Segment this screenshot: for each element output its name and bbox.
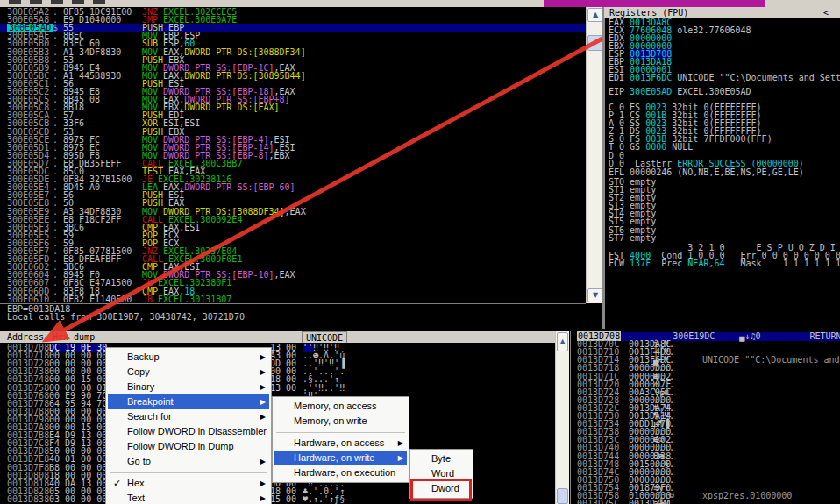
dump-header-unicode[interactable]: UNICODE	[302, 331, 347, 344]
toolbar-highlight	[544, 0, 765, 7]
menu-item-backup[interactable]: Backup▶	[108, 350, 269, 365]
dump-header-hex[interactable]: Hex dump	[53, 331, 95, 343]
submenu-arrow-icon: ▶	[398, 451, 403, 465]
register-line[interactable]: EDI 0013F6DC UNICODE ""C:\Documents and …	[603, 74, 840, 82]
register-line[interactable]: EFL 00000246 (NO,NB,E,BE,NS,PE,GE,LE)	[603, 168, 840, 177]
submenu-arrow-icon: ▶	[398, 436, 403, 451]
disassembly-pane[interactable]: 300E05A2.0F85 1DC91E00JNZ EXCEL.302CCEC5…	[0, 7, 586, 303]
registers-pane[interactable]: EAX 0013DA8CECX 77606048 ole32.77606048E…	[603, 7, 840, 329]
menu-item-search-for[interactable]: Search for▶	[108, 409, 269, 424]
menu-item-memory-on-write[interactable]: Memory, on write	[274, 414, 407, 429]
submenu-arrow-icon: ▶	[260, 380, 266, 394]
dump-header-address[interactable]: Address	[7, 331, 44, 343]
menu-item-breakpoint[interactable]: Breakpoint▶	[108, 394, 269, 409]
menu-item-binary[interactable]: Binary▶	[108, 380, 269, 394]
dump-header: Address Hex dump UNICODE	[0, 331, 555, 343]
menu-item-follow-dword-in-disassembler[interactable]: Follow DWORD in Disassembler	[108, 424, 269, 439]
register-line[interactable]: FCW 137F Prec NEAR,64 Mask 1 1 1 1 1 1	[603, 259, 840, 268]
scrollbar-thumb[interactable]	[557, 488, 568, 504]
stack-pane[interactable]: 0013D708300E19DC▄↓♫0RETURN to EXCEL.300E…	[570, 331, 840, 504]
menu-item-byte[interactable]: Byte	[412, 451, 471, 466]
submenu-arrow-icon: ▶	[260, 454, 266, 469]
toolbar-icon[interactable]	[51, 0, 63, 4]
toolbar-strip	[0, 0, 840, 7]
menu-separator	[108, 469, 269, 476]
register-line[interactable]: EIP 300E05AD EXCEL.300E05AD	[603, 88, 840, 96]
breakpoint-submenu: Memory, on accessMemory, on writeHardwar…	[272, 396, 409, 483]
toolbar-icon[interactable]	[72, 0, 84, 4]
stack-row[interactable]: 0013D75C0013D784ä╫‼.	[571, 500, 840, 504]
annotation-red-box	[410, 479, 472, 501]
scroll-up-icon[interactable]: ▲	[557, 332, 568, 351]
toolbar-icon[interactable]	[30, 0, 42, 4]
info-pane-line2: Local calls from 300E19D7, 30438742, 307…	[7, 313, 245, 322]
divider	[0, 303, 586, 304]
check-icon: ✓	[113, 476, 121, 491]
submenu-arrow-icon: ▶	[260, 409, 266, 424]
context-menu: Backup▶Copy▶Binary▶Breakpoint▶Search for…	[105, 347, 272, 504]
menu-separator	[274, 429, 407, 436]
submenu-arrow-icon: ▶	[260, 365, 266, 380]
submenu-arrow-icon: ▶	[260, 491, 266, 504]
menu-item-hex[interactable]: ✓Hex▶	[108, 476, 269, 491]
toolbar-icon[interactable]	[9, 0, 21, 4]
dump-scrollbar[interactable]: ▲	[555, 331, 569, 504]
register-line[interactable]: ST7 empty	[603, 234, 840, 243]
menu-item-hardware-on-access[interactable]: Hardware, on access▶	[274, 436, 407, 451]
menu-item-memory-on-access[interactable]: Memory, on access	[274, 399, 407, 414]
ollydbg-cpu-window: 300E05A2.0F85 1DC91E00JNZ EXCEL.302CCEC5…	[0, 0, 840, 504]
menu-item-hardware-on-write[interactable]: Hardware, on write▶	[274, 451, 407, 465]
submenu-arrow-icon: ▶	[260, 350, 266, 365]
menu-item-hardware-on-execution[interactable]: Hardware, on execution	[274, 465, 407, 480]
menu-item-copy[interactable]: Copy▶	[108, 365, 269, 380]
column-divider[interactable]	[46, 331, 46, 343]
menu-item-follow-dword-in-dump[interactable]: Follow DWORD in Dump	[108, 439, 269, 454]
submenu-arrow-icon: ▶	[260, 394, 266, 409]
menu-item-text[interactable]: Text▶	[108, 491, 269, 504]
submenu-arrow-icon: ▶	[260, 476, 266, 491]
toolbar-icon[interactable]	[93, 0, 105, 4]
register-line[interactable]: T 0 GS 0000 NULL	[603, 143, 840, 152]
menu-item-go-to[interactable]: Go to▶	[108, 454, 269, 469]
